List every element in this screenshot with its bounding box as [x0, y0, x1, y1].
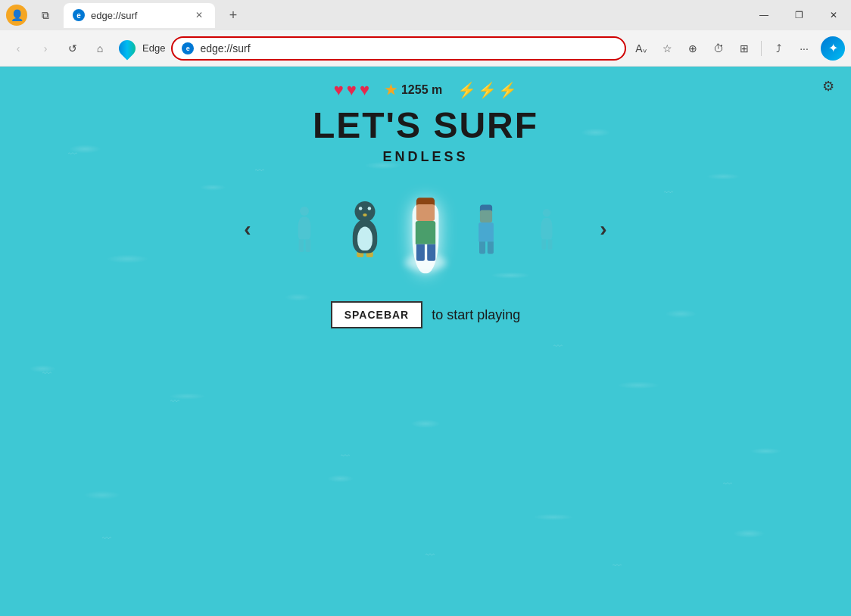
fish-decoration: 〰	[42, 369, 51, 379]
address-bar-wrapper: e edge://surf	[171, 36, 626, 61]
navigation-bar: ‹ › ↺ ⌂ Edge e edge://surf Aᵥ ☆ ⊕ ⏱ ⊞ ⤴ …	[0, 30, 851, 67]
heart-2: ♥	[347, 80, 357, 100]
game-area: 〰 〰 〰 〰 〰 〰 〰 〰 〰 〰 〰 〰 ♥ ♥ ♥ ★ 1255 m ⚡…	[0, 67, 851, 616]
score-value: 1255 m	[401, 83, 442, 97]
fish-decoration: 〰	[170, 397, 179, 407]
edge-brand-label: Edge	[142, 42, 165, 54]
character-surfer-active[interactable]	[397, 184, 455, 275]
game-subtitle: ENDLESS	[382, 149, 468, 165]
powerup-display: ⚡ ⚡ ⚡	[457, 81, 517, 99]
share-button[interactable]: ⤴	[766, 36, 790, 61]
nav-separator	[761, 41, 762, 56]
collections-button[interactable]: ⊕	[681, 36, 705, 61]
game-title: LET'S SURF	[313, 104, 538, 146]
address-bar[interactable]: e edge://surf	[171, 36, 626, 61]
history-button[interactable]: ⏱	[706, 36, 731, 61]
fish-decoration: 〰	[68, 149, 77, 160]
nav-right-buttons: Aᵥ ☆ ⊕ ⏱ ⊞ ⤴ ··· ✦	[629, 36, 845, 61]
score-display: ★ 1255 m	[385, 82, 442, 98]
game-content: LET'S SURF ENDLESS ‹	[232, 104, 619, 328]
settings-button[interactable]: ⚙	[818, 76, 839, 97]
fish-decoration: 〰	[613, 561, 622, 571]
browser-window: 👤 ⧉ e edge://surf ✕ + — ❐ ✕ ‹ › ↺ ⌂ Edge…	[0, 0, 851, 616]
tab-manager-button[interactable]: ⧉	[33, 3, 58, 27]
maximize-button[interactable]: ❐	[781, 0, 816, 30]
back-button[interactable]: ‹	[6, 36, 30, 61]
extensions-button[interactable]: ⊞	[732, 36, 756, 61]
start-text: to start playing	[432, 307, 520, 323]
heart-3: ♥	[360, 80, 369, 100]
character-penguin[interactable]	[341, 192, 389, 267]
lives-display: ♥ ♥ ♥	[334, 80, 369, 100]
carousel-right-arrow[interactable]: ›	[588, 214, 619, 244]
fish-decoration: 〰	[426, 550, 435, 561]
character-far-right[interactable]	[527, 198, 567, 261]
read-aloud-button[interactable]: Aᵥ	[629, 36, 653, 61]
game-hud: ♥ ♥ ♥ ★ 1255 m ⚡ ⚡ ⚡	[0, 80, 851, 100]
profile-button[interactable]: 👤	[6, 5, 27, 26]
tab-favicon: e	[73, 9, 85, 21]
carousel-left-arrow[interactable]: ‹	[232, 214, 263, 244]
address-text: edge://surf	[200, 42, 250, 54]
fish-decoration: 〰	[341, 451, 350, 462]
close-button[interactable]: ✕	[816, 0, 851, 30]
bolt-1: ⚡	[457, 81, 476, 99]
character-1[interactable]	[285, 198, 325, 261]
minimize-button[interactable]: —	[747, 0, 781, 30]
fish-decoration: 〰	[723, 479, 732, 490]
address-favicon: e	[182, 42, 194, 54]
spacebar-key[interactable]: SPACEBAR	[331, 301, 423, 328]
bolt-3: ⚡	[498, 81, 517, 99]
character-female-1[interactable]	[463, 192, 510, 267]
copilot-button[interactable]: ✦	[821, 36, 845, 61]
more-button[interactable]: ···	[792, 36, 816, 61]
favorites-button[interactable]: ☆	[655, 36, 679, 61]
tab-close-button[interactable]: ✕	[192, 8, 206, 22]
star-icon: ★	[385, 82, 397, 98]
refresh-button[interactable]: ↺	[61, 36, 85, 61]
new-tab-button[interactable]: +	[221, 3, 245, 27]
bolt-2: ⚡	[478, 81, 497, 99]
home-button[interactable]: ⌂	[88, 36, 112, 61]
heart-1: ♥	[334, 80, 344, 100]
forward-button[interactable]: ›	[33, 36, 58, 61]
edge-logo	[117, 38, 138, 59]
fish-decoration: 〰	[102, 534, 111, 544]
fish-decoration: 〰	[664, 188, 673, 198]
window-controls: — ❐ ✕	[747, 0, 851, 30]
fish-decoration: 〰	[553, 341, 563, 352]
title-bar: 👤 ⧉ e edge://surf ✕ + — ❐ ✕	[0, 0, 851, 30]
character-carousel: ‹	[232, 188, 619, 271]
start-prompt: SPACEBAR to start playing	[331, 301, 521, 328]
active-tab[interactable]: e edge://surf ✕	[64, 3, 215, 28]
tab-title: edge://surf	[91, 10, 137, 21]
characters-list	[278, 188, 573, 271]
